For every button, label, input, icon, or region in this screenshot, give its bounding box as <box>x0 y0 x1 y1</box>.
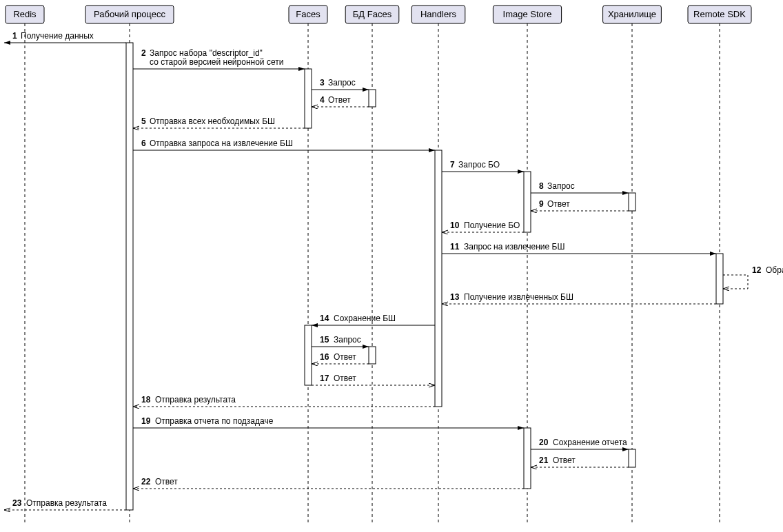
svg-text:Отправка результата: Отправка результата <box>155 395 236 405</box>
message-19: 19Отправка отчета по подзадаче <box>133 416 524 428</box>
participant-label: Рабочий процесс <box>94 9 165 19</box>
svg-text:15: 15 <box>320 335 329 345</box>
svg-text:Ответ: Ответ <box>328 95 351 105</box>
svg-text:Ответ: Ответ <box>547 199 570 209</box>
participant-label: Хранилище <box>608 9 656 19</box>
svg-text:Сохранение БШ: Сохранение БШ <box>334 314 396 323</box>
svg-text:3: 3 <box>320 78 325 88</box>
message-13: 13Получение извлеченных БШ <box>442 292 716 304</box>
svg-text:12: 12 <box>752 265 762 275</box>
message-14: 14Сохранение БШ <box>312 314 435 325</box>
svg-text:Запрос на извлечение БШ: Запрос на извлечение БШ <box>464 242 565 252</box>
svg-text:Ответ: Ответ <box>553 456 576 465</box>
message-7: 7Запрос БО <box>442 160 524 172</box>
participant-label: Image Store <box>503 9 552 19</box>
svg-text:Обработка: Обработка <box>766 265 783 275</box>
participant-label: Handlers <box>420 9 457 19</box>
message-16: 16Ответ <box>312 352 369 364</box>
participant-storage: Хранилище <box>603 6 662 23</box>
participant-imagestore: Image Store <box>493 6 561 23</box>
participant-worker: Рабочий процесс <box>85 6 174 23</box>
svg-text:со старой версией нейронной се: со старой версией нейронной сети <box>150 57 283 67</box>
svg-text:10: 10 <box>450 221 460 230</box>
participant-faces: Faces <box>289 6 327 23</box>
activation-storage <box>629 193 635 211</box>
message-22: 22Ответ <box>133 477 524 489</box>
svg-text:Получение БО: Получение БО <box>464 221 520 230</box>
svg-text:5: 5 <box>141 116 146 126</box>
message-15: 15Запрос <box>312 335 369 347</box>
activation-imagestore <box>524 428 531 489</box>
activation-storage <box>629 449 635 467</box>
svg-text:22: 22 <box>141 477 151 487</box>
svg-text:Запрос: Запрос <box>334 335 361 345</box>
svg-text:Запрос: Запрос <box>328 78 356 88</box>
message-9: 9Ответ <box>531 199 629 211</box>
message-6: 6Отправка запроса на извлечение БШ <box>133 139 435 150</box>
activation-faces <box>305 325 312 385</box>
message-17: 17Ответ <box>312 374 435 385</box>
participant-handlers: Handlers <box>411 6 465 23</box>
message-3: 3Запрос <box>312 78 369 90</box>
activation-facesdb <box>369 347 376 364</box>
svg-text:9: 9 <box>539 199 544 209</box>
message-12: 12Обработка <box>723 265 783 289</box>
svg-text:7: 7 <box>450 160 455 170</box>
svg-text:1: 1 <box>12 31 17 41</box>
svg-text:Отправка отчета по подзадаче: Отправка отчета по подзадаче <box>155 416 274 426</box>
activation-worker <box>126 43 133 510</box>
participant-remotesdk: Remote SDK <box>688 6 751 23</box>
activation-facesdb <box>369 90 376 107</box>
svg-text:8: 8 <box>539 181 544 191</box>
svg-text:14: 14 <box>320 314 329 323</box>
participant-label: БД Faces <box>353 9 392 19</box>
svg-text:4: 4 <box>320 95 325 105</box>
message-2: 2Запрос набора "descriptor_id"со старой … <box>133 48 305 69</box>
activation-remotesdk <box>716 254 723 304</box>
svg-text:6: 6 <box>141 139 146 148</box>
svg-text:17: 17 <box>320 374 329 383</box>
participant-label: Faces <box>296 9 321 19</box>
message-8: 8Запрос <box>531 181 629 193</box>
message-5: 5Отправка всех необходимых БШ <box>133 116 305 128</box>
participant-label: Remote SDK <box>693 9 746 19</box>
svg-text:Получение данных: Получение данных <box>21 31 94 41</box>
participant-redis: Redis <box>6 6 44 23</box>
sequence-diagram: RedisРабочий процессFacesБД FacesHandler… <box>0 0 783 532</box>
message-21: 21Ответ <box>531 456 629 467</box>
svg-text:11: 11 <box>450 242 460 252</box>
svg-text:19: 19 <box>141 416 151 426</box>
svg-text:Запрос: Запрос <box>547 181 575 191</box>
message-4: 4Ответ <box>312 95 369 107</box>
participant-label: Redis <box>13 9 37 19</box>
svg-text:Отправка запроса на извлечение: Отправка запроса на извлечение БШ <box>150 139 293 148</box>
svg-text:23: 23 <box>12 498 22 508</box>
svg-text:Отправка всех необходимых БШ: Отправка всех необходимых БШ <box>150 116 275 126</box>
svg-text:20: 20 <box>539 438 549 447</box>
participant-facesdb: БД Faces <box>345 6 399 23</box>
svg-text:16: 16 <box>320 352 329 362</box>
svg-text:2: 2 <box>141 48 146 58</box>
svg-text:21: 21 <box>539 456 549 465</box>
svg-text:13: 13 <box>450 292 460 302</box>
activation-handlers <box>435 150 442 407</box>
message-10: 10Получение БО <box>442 221 524 232</box>
svg-text:Запрос набора "descriptor_id": Запрос набора "descriptor_id" <box>150 48 263 58</box>
svg-text:Сохранение отчета: Сохранение отчета <box>553 438 627 447</box>
svg-text:Отправка результата: Отправка результата <box>26 498 107 508</box>
svg-text:Ответ: Ответ <box>334 374 356 383</box>
svg-text:Ответ: Ответ <box>334 352 356 362</box>
message-20: 20Сохранение отчета <box>531 438 629 449</box>
svg-text:Ответ: Ответ <box>155 477 178 487</box>
activation-imagestore <box>524 172 531 232</box>
svg-text:Получение извлеченных БШ: Получение извлеченных БШ <box>464 292 573 302</box>
message-1: 1Получение данных <box>4 31 126 43</box>
activation-faces <box>305 69 312 128</box>
message-11: 11Запрос на извлечение БШ <box>442 242 716 254</box>
svg-text:18: 18 <box>141 395 151 405</box>
message-23: 23Отправка результата <box>4 498 126 510</box>
svg-text:Запрос БО: Запрос БО <box>458 160 500 170</box>
message-18: 18Отправка результата <box>133 395 435 407</box>
